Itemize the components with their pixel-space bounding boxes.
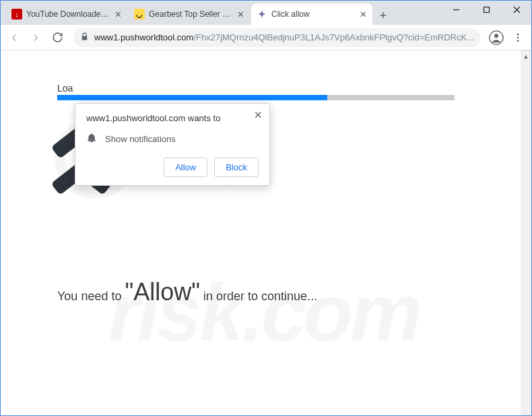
svg-point-6 (494, 34, 498, 38)
svg-point-9 (517, 40, 519, 42)
bookmark-star-icon[interactable] (479, 31, 480, 44)
block-button[interactable]: Block (214, 158, 259, 177)
url-text: www1.pushworldtool.com/Fhx27jMQrnzu4QlBe… (94, 32, 474, 42)
maximize-button[interactable] (471, 0, 502, 19)
svg-rect-1 (484, 7, 490, 12)
forward-button[interactable] (26, 28, 45, 47)
window-controls (441, 0, 532, 19)
tab-youtube-downloader[interactable]: ↓ YouTube Downloader - Do ✕ (6, 3, 127, 25)
svg-point-7 (517, 34, 519, 36)
permission-label: Show notifications (105, 134, 176, 144)
new-tab-button[interactable]: + (374, 6, 393, 25)
progress-bar (57, 95, 455, 100)
lock-icon (80, 32, 89, 43)
tab-gearbest[interactable]: ◡ Gearbest Top Seller - Dive ✕ (129, 3, 250, 25)
close-tab-icon[interactable]: ✕ (360, 9, 367, 20)
tab-click-allow[interactable]: ✦ Click allow ✕ (251, 3, 372, 25)
popup-close-icon[interactable]: ✕ (254, 109, 263, 121)
reload-button[interactable] (48, 28, 67, 47)
favicon-gearbest-icon: ◡ (134, 9, 145, 20)
tab-title: Gearbest Top Seller - Dive (149, 9, 233, 19)
bell-icon (86, 133, 97, 145)
favicon-youtube-icon: ↓ (11, 9, 22, 20)
allow-button[interactable]: Allow (164, 158, 207, 177)
tab-title: Click allow (271, 9, 356, 19)
notification-permission-popup: ✕ www1.pushworldtool.com wants to Show n… (75, 103, 270, 186)
loading-label: Loa (57, 83, 73, 94)
chrome-menu-button[interactable] (508, 28, 527, 47)
tab-title: YouTube Downloader - Do (26, 9, 110, 19)
address-bar[interactable]: www1.pushworldtool.com/Fhx27jMQrnzu4QlBe… (73, 28, 480, 47)
popup-origin-text: www1.pushworldtool.com wants to (86, 113, 259, 123)
browser-window: ↓ YouTube Downloader - Do ✕ ◡ Gearbest T… (0, 0, 532, 416)
scroll-up-icon[interactable]: ▲ (521, 51, 531, 62)
instruction-message: You need to "Allow" in order to continue… (57, 278, 317, 306)
permission-row: Show notifications (86, 133, 259, 145)
profile-avatar-icon[interactable] (487, 28, 506, 47)
svg-point-8 (517, 36, 519, 38)
page-content: PC risk.com Loa You need to "Allow" in o… (1, 50, 531, 415)
back-button[interactable] (5, 28, 24, 47)
browser-toolbar: www1.pushworldtool.com/Fhx27jMQrnzu4QlBe… (1, 25, 531, 50)
close-window-button[interactable] (502, 0, 532, 19)
minimize-button[interactable] (441, 0, 471, 19)
vertical-scrollbar[interactable]: ▲ (521, 50, 531, 415)
close-tab-icon[interactable]: ✕ (237, 9, 244, 20)
close-tab-icon[interactable]: ✕ (114, 9, 122, 20)
favicon-clickallow-icon: ✦ (257, 9, 267, 20)
progress-fill (57, 95, 327, 100)
